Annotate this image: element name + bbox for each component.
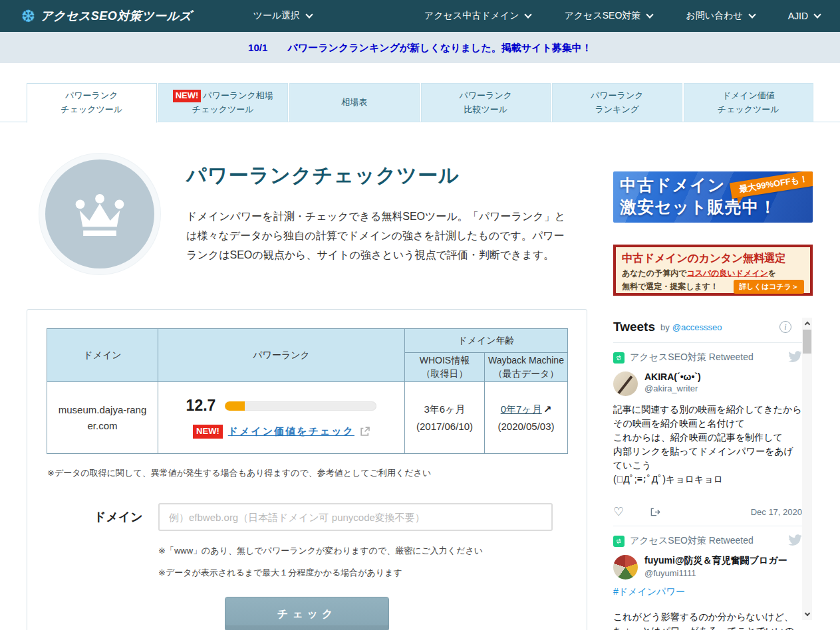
site-logo[interactable]: ❆ アクセスSEO対策ツールズ: [21, 8, 192, 25]
power-rank-tool-panel: ドメイン パワーランク ドメイン年齢 WHOIS情報 （取得日） Wayback…: [27, 309, 587, 630]
avatar[interactable]: [613, 555, 638, 579]
scrollbar-thumb[interactable]: [803, 330, 811, 354]
retweet-icon: [613, 536, 625, 547]
col-header-wayback: Wayback Machine （最古データ）: [485, 353, 568, 382]
domain-cell: museum.dajya-ranger.com: [47, 382, 158, 454]
scroll-down-arrow-icon[interactable]: [802, 609, 812, 620]
nav-seo[interactable]: アクセスSEO対策: [564, 10, 652, 22]
col-header-domain-age: ドメイン年齢: [405, 329, 568, 353]
whois-age-cell: 3年6ヶ月 (2017/06/10): [405, 382, 485, 454]
hero-section: パワーランクチェックツール ドメインパワーを計測・チェックできる無料SEOツール…: [27, 152, 588, 268]
check-button[interactable]: チェック: [225, 597, 389, 630]
form-note-www: ※「www」のあり、無しでパワーランクが変わりますので、厳密にご入力ください: [158, 540, 587, 562]
heart-icon[interactable]: ♡: [613, 504, 624, 519]
tweet-author-name[interactable]: fuyumi@防災＆育児奮闘ブロガー: [644, 555, 787, 567]
power-rank-bar: [225, 401, 376, 411]
nav-ajid[interactable]: AJID: [788, 10, 820, 22]
notice-date: 10/1: [248, 42, 267, 53]
nav-tool-select[interactable]: ツール選択: [253, 10, 312, 22]
notice-bar[interactable]: 10/1 パワーランクランキングが新しくなりました。掲載サイト募集中！: [0, 32, 840, 63]
twitter-bird-icon: [788, 534, 802, 548]
select-banner-title: 中古ドメインのカンタン無料選定: [622, 251, 804, 266]
retweet-label: アクセスSEO対策 Retweeted: [630, 352, 754, 364]
used-domain-sale-banner[interactable]: 中古ドメイン 激安セット販売中！ 最大99%OFFも！: [613, 171, 813, 223]
nav-used-domain[interactable]: アクセス中古ドメイン: [424, 10, 531, 22]
twitter-bird-icon: [788, 351, 802, 364]
tab-market-table[interactable]: 相場表: [289, 83, 420, 122]
domain-input-label: ドメイン: [94, 503, 158, 531]
page-title: パワーランクチェックツール: [186, 162, 571, 189]
table-disclaimer: ※データの取得に関して、異常値が発生する場合もあり得ますので、参考値としてご利用…: [47, 467, 587, 479]
crown-icon: [45, 159, 154, 268]
tweet-item[interactable]: アクセスSEO対策 Retweeted fuyumi@防災＆育児奮闘ブロガー @…: [613, 526, 802, 630]
tweet-text: これがどう影響するのか分からないけど、 ちょっとはパワーがあるってことでいいのか: [613, 610, 802, 630]
hashtag-link[interactable]: #ドメインパワー: [613, 586, 802, 598]
page-description: ドメインパワーを計測・チェックできる無料SEOツール。「パワーランク」とは様々な…: [186, 207, 571, 264]
result-table: ドメイン パワーランク ドメイン年齢 WHOIS情報 （取得日） Wayback…: [47, 328, 568, 454]
twitter-timeline-widget: Tweets by @accessseo i アクセスSEO対策 Retweet…: [613, 313, 802, 630]
top-navigation-bar: ❆ アクセスSEO対策ツールズ ツール選択 アクセス中古ドメイン アクセスSEO…: [0, 0, 840, 32]
tweets-title: Tweets: [613, 320, 655, 334]
select-banner-line3: 無料で選定・提案します！: [622, 281, 718, 292]
power-rank-cell: 12.7 NEW! ドメイン価値をチェック: [158, 382, 405, 454]
power-rank-value: 12.7: [186, 397, 216, 415]
tweet-author-handle[interactable]: @fuyumi1111: [644, 568, 787, 578]
details-button[interactable]: 詳しくはコチラ＞: [734, 280, 804, 294]
external-link-icon: [360, 427, 370, 437]
sidebar: 中古ドメイン 激安セット販売中！ 最大99%OFFも！ 中古ドメインのカンタン無…: [613, 171, 813, 630]
table-row: museum.dajya-ranger.com 12.7 NEW! ドメイン価値…: [47, 382, 568, 454]
tab-power-rank-check[interactable]: パワーランク チェックツール: [27, 83, 157, 123]
page: ❆ アクセスSEO対策ツールズ ツール選択 アクセス中古ドメイン アクセスSEO…: [0, 0, 840, 630]
wayback-link[interactable]: 0年7ヶ月: [501, 403, 542, 415]
wayback-age-cell: 0年7ヶ月↗ (2020/05/03): [485, 382, 568, 454]
tweet-author-handle[interactable]: @akira_writer: [644, 383, 701, 393]
tab-power-rank-ranking[interactable]: パワーランク ランキング: [552, 83, 682, 122]
chevron-down-icon: [748, 11, 756, 18]
chevron-down-icon: [525, 11, 532, 18]
tweet-author-name[interactable]: AKIRA(´•ω•`): [644, 371, 701, 382]
tweets-account-link[interactable]: @accessseo: [672, 322, 722, 332]
info-circle-icon[interactable]: i: [779, 321, 791, 333]
notice-message: パワーランクランキングが新しくなりました。掲載サイト募集中！: [287, 42, 591, 53]
form-note-wait: ※データが表示されるまで最大１分程度かかる場合があります: [158, 562, 587, 584]
sale-banner-line2: 激安セット販売中！: [620, 196, 777, 218]
select-banner-highlight: コスパの良いドメイン: [686, 268, 768, 278]
tweet-text: 記事に関連する別の映画を紹介してきたから その映画を紹介映画と名付けて これから…: [613, 403, 802, 486]
col-header-power-rank: パワーランク: [158, 329, 405, 382]
chevron-down-icon: [646, 11, 654, 18]
tab-power-rank-market-check[interactable]: NEW! パワーランク相場 チェックツール: [158, 83, 289, 122]
scroll-up-arrow-icon[interactable]: [802, 318, 812, 329]
nav-right-group: アクセス中古ドメイン アクセスSEO対策 お問い合わせ AJID: [424, 10, 820, 22]
site-logo-text: アクセスSEO対策ツールズ: [41, 8, 192, 24]
domain-input[interactable]: [158, 503, 553, 531]
new-badge: NEW!: [193, 425, 223, 439]
share-icon[interactable]: [649, 506, 660, 518]
arrow-up-right-icon: ↗: [543, 401, 552, 418]
tab-domain-value-check[interactable]: ドメイン価値 チェックツール: [684, 83, 814, 122]
tweet-date[interactable]: Dec 17, 2020: [751, 507, 802, 517]
nav-contact[interactable]: お問い合わせ: [686, 10, 754, 22]
tab-power-rank-compare[interactable]: パワーランク 比較ツール: [421, 83, 551, 122]
retweet-label: アクセスSEO対策 Retweeted: [630, 535, 754, 547]
free-domain-selection-banner[interactable]: 中古ドメインのカンタン無料選定 あなたの予算内でコスパの良いドメインを 無料で選…: [613, 245, 813, 296]
chevron-down-icon: [813, 11, 821, 18]
domain-value-check-link[interactable]: ドメイン価値をチェック: [228, 425, 354, 438]
widget-scrollbar[interactable]: [802, 318, 812, 620]
avatar[interactable]: [613, 371, 638, 396]
col-header-whois: WHOIS情報 （取得日）: [405, 353, 485, 382]
chevron-down-icon: [305, 11, 313, 18]
tool-tabbar: パワーランク チェックツール NEW! パワーランク相場 チェックツール 相場表…: [0, 83, 840, 122]
col-header-domain: ドメイン: [47, 329, 158, 382]
snowflake-icon: ❆: [21, 8, 35, 25]
domain-check-form: ドメイン: [27, 503, 587, 531]
retweet-icon: [613, 352, 625, 364]
power-rank-bar-fill: [225, 401, 245, 411]
tweet-item[interactable]: アクセスSEO対策 Retweeted AKIRA(´•ω•`) @akira_…: [613, 343, 802, 526]
new-badge: NEW!: [173, 90, 202, 102]
